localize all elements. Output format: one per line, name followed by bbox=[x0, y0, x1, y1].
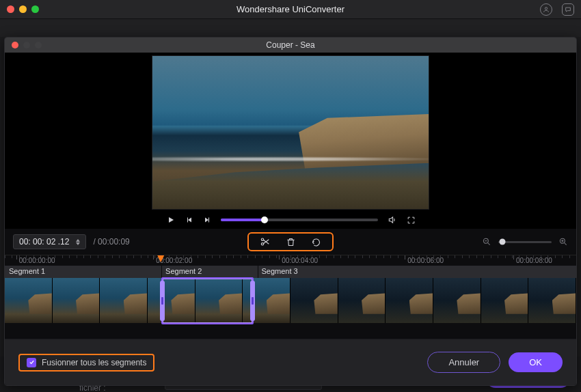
prev-frame-icon[interactable] bbox=[185, 216, 193, 224]
close-icon[interactable] bbox=[12, 42, 18, 48]
time-row: 00: 00: 02 .12 / 00:00:09 bbox=[5, 229, 576, 255]
time-stepper[interactable] bbox=[76, 239, 80, 245]
cancel-button[interactable]: Annuler bbox=[427, 352, 500, 373]
thumbnail[interactable] bbox=[528, 278, 576, 323]
thumbnail[interactable] bbox=[5, 278, 53, 323]
timeline-ruler[interactable]: 00:00:00:0000:00:02:0000:00:04:0000:00:0… bbox=[5, 255, 576, 266]
segment-label[interactable]: Segment 1 bbox=[5, 266, 49, 277]
modal-title: Couper - Sea bbox=[266, 40, 314, 50]
thumbnail-strip bbox=[5, 278, 576, 323]
modal-titlebar: Couper - Sea bbox=[5, 38, 576, 53]
traffic-lights-modal bbox=[12, 42, 42, 48]
video-preview[interactable] bbox=[152, 55, 429, 210]
current-time-value: 00: 00: 02 .12 bbox=[19, 237, 69, 247]
app-title: Wondershare UniConverter bbox=[237, 4, 344, 14]
handle-right[interactable] bbox=[250, 281, 255, 321]
ok-button[interactable]: OK bbox=[509, 352, 563, 372]
merge-segments-label: Fusionner tous les segments bbox=[42, 358, 146, 367]
trim-dialog: Couper - Sea bbox=[4, 37, 577, 386]
playback-controls bbox=[5, 210, 576, 225]
play-icon[interactable] bbox=[166, 215, 176, 225]
volume-icon[interactable] bbox=[388, 215, 397, 225]
handle-left[interactable] bbox=[160, 281, 165, 321]
account-icon[interactable] bbox=[540, 3, 552, 16]
merge-segments-checkbox[interactable]: Fusionner tous les segments bbox=[18, 354, 154, 372]
thumbnail[interactable] bbox=[433, 278, 481, 323]
scissors-icon[interactable] bbox=[260, 236, 271, 247]
duration-label: / 00:00:09 bbox=[93, 237, 129, 247]
maximize-icon bbox=[35, 42, 42, 48]
segment-bar: Segment 1Segment 2Segment 3 bbox=[5, 266, 576, 278]
seek-slider[interactable] bbox=[221, 219, 378, 221]
zoom-slider[interactable] bbox=[498, 241, 552, 243]
thumbnail[interactable] bbox=[338, 278, 386, 323]
main-tabs bbox=[0, 19, 581, 37]
feedback-icon[interactable] bbox=[562, 3, 574, 16]
thumbnail[interactable] bbox=[481, 278, 529, 323]
next-frame-icon[interactable] bbox=[203, 216, 211, 224]
seek-knob[interactable] bbox=[261, 216, 268, 223]
segment-label[interactable]: Segment 2 bbox=[161, 266, 206, 277]
zoom-group bbox=[482, 237, 568, 247]
close-icon[interactable] bbox=[7, 5, 14, 13]
fullscreen-icon[interactable] bbox=[407, 216, 416, 225]
thumbnail[interactable] bbox=[53, 278, 100, 323]
zoom-out-icon[interactable] bbox=[482, 237, 491, 247]
minimize-icon[interactable] bbox=[19, 5, 27, 13]
checkbox-checked-icon bbox=[27, 358, 36, 367]
trash-icon[interactable] bbox=[286, 236, 296, 247]
preview-area bbox=[5, 53, 576, 229]
edit-toolgroup bbox=[247, 232, 334, 251]
current-time-input[interactable]: 00: 00: 02 .12 bbox=[13, 234, 86, 249]
maximize-icon[interactable] bbox=[31, 5, 39, 13]
thumbnail[interactable] bbox=[386, 278, 433, 323]
segment-label[interactable]: Segment 3 bbox=[258, 266, 302, 277]
thumbnail[interactable] bbox=[290, 278, 338, 323]
modal-footer: Fusionner tous les segments Annuler OK bbox=[5, 339, 576, 385]
undo-icon[interactable] bbox=[311, 236, 321, 247]
main-titlebar: Wondershare UniConverter bbox=[0, 0, 581, 19]
selection-outline[interactable] bbox=[161, 277, 254, 324]
minimize-icon bbox=[23, 42, 30, 48]
zoom-in-icon[interactable] bbox=[558, 237, 568, 247]
thumbnail[interactable] bbox=[100, 278, 148, 323]
svg-point-0 bbox=[545, 7, 547, 9]
traffic-lights-main bbox=[7, 5, 39, 13]
